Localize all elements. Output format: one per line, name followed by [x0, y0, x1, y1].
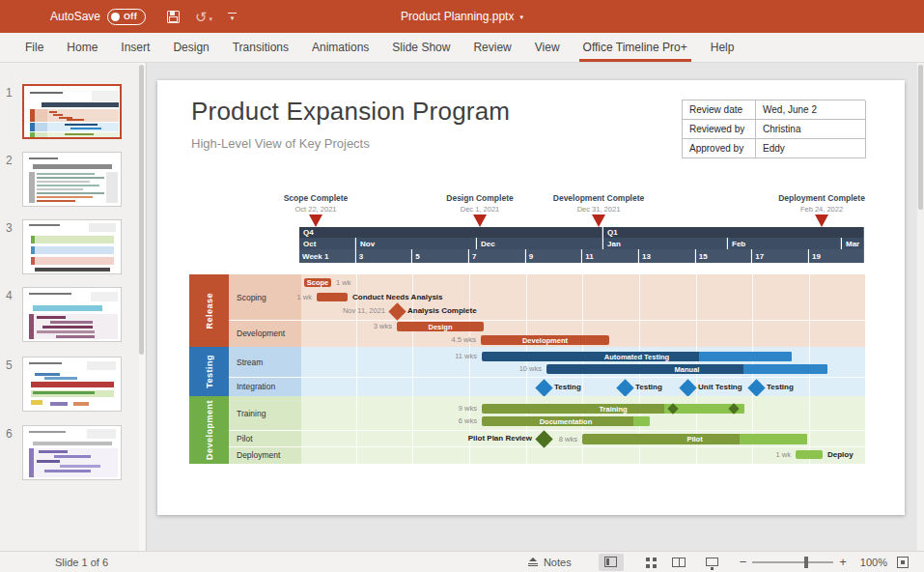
- thumbnail-shape: [33, 164, 112, 169]
- slide-thumbnail-6[interactable]: [22, 425, 122, 480]
- thumbnail-shape: [31, 246, 35, 254]
- gridline: [696, 274, 697, 347]
- milestone-label-pilot-plan-review: Pilot Plan Review: [435, 434, 532, 443]
- thumbnail-shape: [87, 429, 116, 439]
- tab-transitions[interactable]: Transitions: [221, 33, 300, 62]
- section-band-testing[interactable]: Testing: [189, 347, 229, 396]
- thumbnail-shape: [42, 102, 119, 107]
- task-bar-automated-testing[interactable]: Automated Testing: [482, 352, 792, 361]
- task-bar-scope[interactable]: Scope: [304, 278, 331, 287]
- milestone-date: Nov 11, 2021: [289, 306, 385, 316]
- slide-sorter-button[interactable]: [632, 554, 658, 571]
- thumbnail-shape: [39, 450, 68, 453]
- task-bar-pilot[interactable]: Pilot: [582, 434, 807, 444]
- thumbnail-scrollbar[interactable]: [139, 63, 145, 551]
- tab-animations[interactable]: Animations: [300, 33, 380, 62]
- milestone-marker-icon[interactable]: [309, 214, 322, 227]
- autosave-toggle[interactable]: AutoSave Off: [50, 9, 146, 25]
- powerpoint-window: { "titlebar": { "autosave_label": "AutoS…: [0, 0, 924, 572]
- zoom-in-button[interactable]: +: [833, 555, 853, 569]
- timeline-week-3: 3: [356, 249, 412, 263]
- canvas-scrollbar[interactable]: [917, 63, 924, 551]
- quarter-label: Q1: [603, 228, 618, 237]
- task-label-deploy: Deploy: [827, 450, 854, 460]
- task-bar-development[interactable]: Development: [481, 335, 609, 345]
- slide-thumbnail-3[interactable]: [22, 219, 122, 274]
- slide-1[interactable]: Product Expansion Program High-Level Vie…: [157, 80, 905, 515]
- section-band-development[interactable]: Development: [189, 396, 229, 464]
- customize-toolbar-button[interactable]: ▾: [228, 13, 237, 20]
- week-label: 9: [526, 252, 533, 261]
- tab-slide-show[interactable]: Slide Show: [380, 33, 462, 62]
- normal-view-button[interactable]: [599, 554, 624, 571]
- task-bar-training[interactable]: Training: [482, 404, 744, 414]
- task-bar-label: Pilot: [582, 434, 807, 444]
- thumbnail-shape: [73, 402, 89, 406]
- timeline-week-7: 7: [469, 249, 525, 263]
- thumbnail-shape: [106, 172, 118, 203]
- task-bar-conduct-needs-analysis[interactable]: [317, 293, 348, 301]
- milestone-date: Dec 1, 2021: [461, 205, 499, 214]
- tab-home[interactable]: Home: [55, 33, 109, 62]
- title-dropdown-icon[interactable]: ▾: [519, 13, 523, 21]
- zoom-out-button[interactable]: −: [734, 555, 753, 569]
- tab-review[interactable]: Review: [462, 33, 522, 62]
- row-label-stream[interactable]: Stream: [229, 347, 301, 377]
- slide-thumbnail-5[interactable]: [22, 357, 122, 412]
- tab-office-timeline-pro[interactable]: Office Timeline Pro+: [572, 33, 699, 62]
- document-title[interactable]: Product Planning.pptx: [401, 10, 514, 23]
- timeline-quarter-q4: Q4: [299, 227, 602, 238]
- section-label: Testing: [205, 355, 214, 388]
- task-bar-deploy[interactable]: [796, 450, 823, 459]
- row-label-integration[interactable]: Integration: [229, 377, 301, 396]
- autosave-pill[interactable]: Off: [107, 9, 146, 25]
- task-bar-documentation[interactable]: Documentation: [482, 416, 650, 426]
- slide-thumbnail-2[interactable]: [22, 152, 122, 207]
- undo-dropdown-icon[interactable]: ▾: [210, 14, 213, 23]
- row-label-development[interactable]: Development: [229, 320, 301, 347]
- autosave-label: AutoSave: [50, 10, 100, 23]
- zoom-slider[interactable]: [752, 561, 833, 563]
- tab-design[interactable]: Design: [161, 33, 220, 62]
- zoom-percentage[interactable]: 100%: [860, 557, 887, 568]
- timeline-week-5: 5: [412, 249, 468, 263]
- thumbnail-shape: [44, 377, 77, 380]
- milestone-title-development-complete[interactable]: Development Complete: [553, 193, 644, 203]
- tab-view[interactable]: View: [523, 33, 572, 62]
- tab-help[interactable]: Help: [699, 33, 746, 62]
- save-icon[interactable]: [167, 11, 180, 23]
- milestone-title-design-complete[interactable]: Design Complete: [446, 193, 513, 203]
- reading-view-button[interactable]: [666, 554, 691, 571]
- task-bar-manual[interactable]: Manual: [546, 364, 827, 374]
- reading-view-icon: [672, 558, 686, 567]
- gridline: [356, 347, 357, 396]
- milestone-marker-icon[interactable]: [592, 214, 605, 227]
- fit-slide-to-window-icon[interactable]: [897, 557, 909, 568]
- task-bar-label: Training: [482, 404, 744, 414]
- notes-button[interactable]: Notes: [528, 557, 572, 568]
- row-label-training[interactable]: Training: [229, 396, 301, 430]
- tab-file[interactable]: File: [14, 33, 55, 62]
- thumbnail-shape: [50, 402, 68, 406]
- task-bar-design[interactable]: Design: [397, 322, 484, 331]
- thumbnail-shape: [33, 442, 112, 445]
- task-bar-label: Manual: [546, 364, 827, 374]
- zoom-slider-handle[interactable]: [804, 557, 808, 568]
- notes-icon: [528, 558, 538, 566]
- thumbnail-number-2: 2: [6, 154, 13, 167]
- thumbnail-shape: [37, 460, 60, 463]
- milestone-title-scope-complete[interactable]: Scope Complete: [284, 193, 349, 203]
- milestone-marker-icon[interactable]: [815, 214, 828, 227]
- row-label-deployment[interactable]: Deployment: [229, 446, 301, 464]
- row-label-pilot[interactable]: Pilot: [229, 430, 301, 446]
- slideshow-button[interactable]: [700, 554, 725, 571]
- milestone-title-deployment-complete[interactable]: Deployment Complete: [778, 193, 865, 203]
- week-label: 3: [356, 252, 363, 261]
- tab-insert[interactable]: Insert: [109, 33, 161, 62]
- thumbnail-shape: [42, 326, 93, 329]
- slide-thumbnail-1[interactable]: [22, 84, 122, 139]
- undo-button[interactable]: ↺ ▾: [195, 11, 212, 23]
- slide-thumbnail-4[interactable]: [22, 287, 122, 342]
- section-band-release[interactable]: Release: [189, 274, 229, 347]
- milestone-marker-icon[interactable]: [473, 214, 487, 227]
